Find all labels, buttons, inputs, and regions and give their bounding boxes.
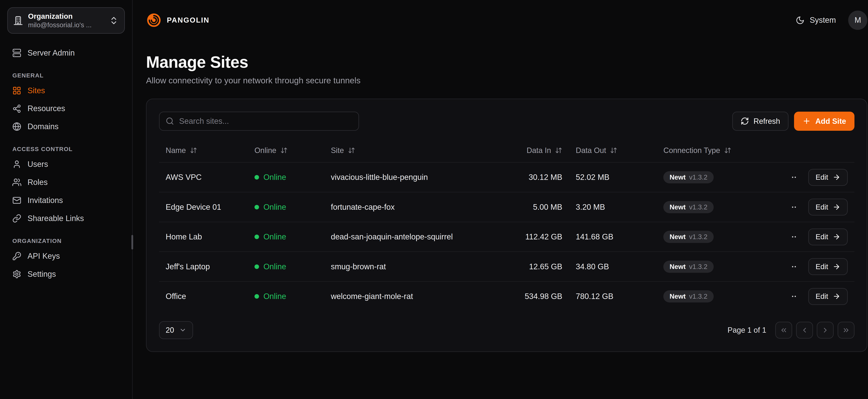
online-dot bbox=[254, 205, 259, 209]
chevron-left-icon bbox=[801, 326, 808, 334]
main-content: PANGOLIN System M Manage Sites Allow con… bbox=[133, 0, 868, 399]
org-switcher[interactable]: Organization milo@fossorial.io's ... bbox=[7, 7, 125, 34]
sidebar-resize-handle[interactable] bbox=[131, 235, 133, 249]
refresh-button[interactable]: Refresh bbox=[732, 112, 788, 131]
cell-site: vivacious-little-blue-penguin bbox=[324, 173, 489, 182]
link-icon bbox=[12, 214, 21, 223]
theme-toggle[interactable]: System bbox=[796, 16, 836, 25]
previous-page-button[interactable] bbox=[796, 322, 813, 339]
cell-status: Online bbox=[248, 173, 324, 182]
ellipsis-icon bbox=[792, 232, 797, 241]
edit-button[interactable]: Edit bbox=[808, 228, 848, 245]
cell-data-out: 34.80 GB bbox=[569, 262, 657, 271]
sidebar-section-general: GENERAL bbox=[12, 72, 120, 79]
online-dot bbox=[254, 265, 259, 269]
cell-site: dead-san-joaquin-antelope-squirrel bbox=[324, 232, 489, 241]
org-subtitle: milo@fossorial.io's ... bbox=[28, 21, 104, 29]
cell-data-out: 780.12 GB bbox=[569, 292, 657, 301]
col-label: Data Out bbox=[576, 146, 606, 155]
cell-connection-type: Newt v1.3.2 bbox=[657, 260, 792, 273]
arrow-right-icon bbox=[833, 233, 840, 241]
connection-badge: Newt v1.3.2 bbox=[663, 231, 713, 243]
col-header-connection-type[interactable]: Connection Type bbox=[657, 146, 792, 155]
next-page-button[interactable] bbox=[817, 322, 834, 339]
row-menu-button[interactable] bbox=[792, 291, 798, 302]
theme-label: System bbox=[810, 16, 836, 25]
chevrons-right-icon bbox=[842, 326, 850, 334]
first-page-button[interactable] bbox=[775, 322, 792, 339]
status-label: Online bbox=[264, 203, 286, 212]
col-header-name[interactable]: Name bbox=[159, 146, 248, 155]
pangolin-logo bbox=[146, 12, 162, 28]
avatar[interactable]: M bbox=[848, 10, 867, 30]
sidebar-item-label: API Keys bbox=[28, 252, 60, 260]
ellipsis-icon bbox=[792, 203, 797, 212]
row-menu-button[interactable] bbox=[792, 202, 798, 213]
status-label: Online bbox=[264, 173, 286, 182]
add-site-label: Add Site bbox=[815, 117, 846, 126]
col-label: Online bbox=[254, 146, 276, 155]
sidebar-item-settings[interactable]: Settings bbox=[7, 265, 125, 283]
col-label: Site bbox=[331, 146, 344, 155]
edit-button[interactable]: Edit bbox=[808, 198, 848, 215]
sidebar-item-label: Settings bbox=[28, 270, 56, 279]
sidebar-item-sites[interactable]: Sites bbox=[7, 82, 125, 100]
cell-data-in: 112.42 GB bbox=[489, 232, 569, 241]
add-site-button[interactable]: Add Site bbox=[794, 112, 855, 131]
edit-button[interactable]: Edit bbox=[808, 169, 848, 186]
key-icon bbox=[12, 252, 21, 260]
sidebar-item-label: Invitations bbox=[28, 196, 63, 205]
status-label: Online bbox=[264, 292, 286, 301]
search-icon bbox=[166, 117, 174, 125]
page-size-value: 20 bbox=[166, 326, 174, 334]
cell-actions: Edit bbox=[792, 288, 855, 305]
sidebar-item-resources[interactable]: Resources bbox=[7, 100, 125, 118]
sidebar-item-users[interactable]: Users bbox=[7, 155, 125, 174]
table-footer: 20 Page 1 of 1 bbox=[159, 321, 855, 339]
users-icon bbox=[12, 178, 21, 187]
cell-data-in: 534.98 GB bbox=[489, 292, 569, 301]
sort-icon bbox=[280, 147, 288, 154]
chevron-right-icon bbox=[821, 326, 829, 334]
page-size-select[interactable]: 20 bbox=[159, 321, 193, 339]
sidebar-item-label: Shareable Links bbox=[28, 214, 84, 223]
cell-name: Home Lab bbox=[159, 232, 248, 241]
sidebar-item-domains[interactable]: Domains bbox=[7, 118, 125, 135]
table-row: Office Online welcome-giant-mole-rat 534… bbox=[159, 281, 855, 311]
sidebar-item-invitations[interactable]: Invitations bbox=[7, 191, 125, 209]
cell-actions: Edit bbox=[792, 228, 855, 245]
sidebar-item-roles[interactable]: Roles bbox=[7, 173, 125, 191]
mail-icon bbox=[12, 196, 21, 205]
grid-icon bbox=[12, 86, 21, 95]
pager: Page 1 of 1 bbox=[727, 322, 855, 339]
row-menu-button[interactable] bbox=[792, 172, 798, 183]
org-title: Organization bbox=[28, 12, 104, 21]
sort-icon bbox=[610, 147, 617, 154]
arrow-right-icon bbox=[833, 263, 840, 271]
col-header-data-out[interactable]: Data Out bbox=[569, 146, 657, 155]
sidebar-item-label: Server Admin bbox=[28, 49, 75, 58]
edit-button[interactable]: Edit bbox=[808, 258, 848, 275]
server-icon bbox=[12, 49, 21, 58]
last-page-button[interactable] bbox=[838, 322, 855, 339]
col-header-data-in[interactable]: Data In bbox=[489, 146, 569, 155]
table-row: AWS VPC Online vivacious-little-blue-pen… bbox=[159, 162, 855, 192]
search-input[interactable] bbox=[179, 117, 352, 126]
connection-badge: Newt v1.3.2 bbox=[663, 201, 713, 213]
cell-name: Edge Device 01 bbox=[159, 203, 248, 212]
connection-badge: Newt v1.3.2 bbox=[663, 260, 713, 273]
sidebar-item-api-keys[interactable]: API Keys bbox=[7, 247, 125, 265]
sidebar-item-server-admin[interactable]: Server Admin bbox=[7, 44, 125, 62]
col-header-online[interactable]: Online bbox=[248, 146, 324, 155]
col-header-site[interactable]: Site bbox=[324, 146, 489, 155]
ellipsis-icon bbox=[792, 292, 797, 301]
row-menu-button[interactable] bbox=[792, 231, 798, 243]
plus-icon bbox=[802, 117, 811, 125]
edit-button[interactable]: Edit bbox=[808, 288, 848, 305]
sidebar-section-access-control: ACCESS CONTROL bbox=[12, 146, 120, 152]
sidebar-item-shareable-links[interactable]: Shareable Links bbox=[7, 209, 125, 227]
globe-icon bbox=[12, 122, 21, 131]
online-dot bbox=[254, 294, 259, 299]
topbar: PANGOLIN System M bbox=[133, 0, 868, 40]
row-menu-button[interactable] bbox=[792, 261, 798, 272]
